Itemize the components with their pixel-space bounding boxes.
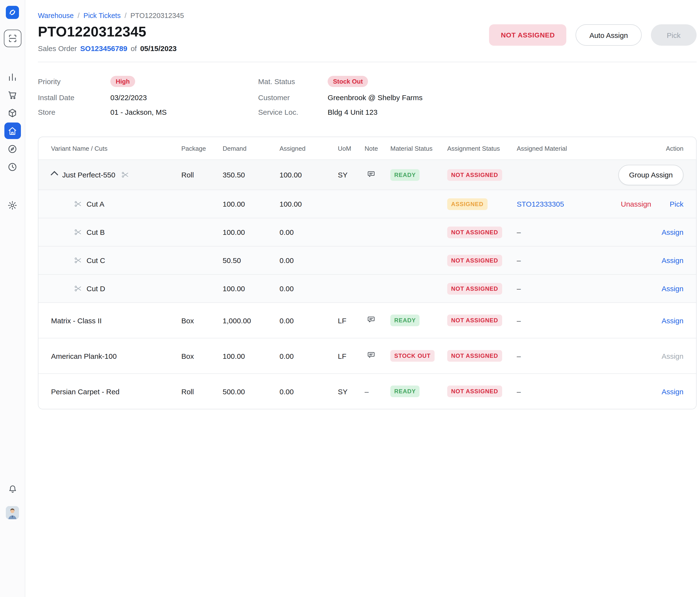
sidebar — [0, 0, 25, 597]
breadcrumb: Warehouse / Pick Tickets / PTO1220312345 — [38, 12, 184, 20]
assign-link[interactable]: Assign — [661, 256, 683, 265]
col-assignment-status: Assignment Status — [447, 145, 517, 152]
sidebar-item-history[interactable] — [4, 158, 21, 175]
sidebar-item-warehouse[interactable] — [4, 123, 21, 139]
notifications-button[interactable] — [4, 481, 21, 497]
assigned-value: 0.00 — [279, 284, 338, 293]
assigned-material-dash: – — [517, 228, 521, 236]
assign-link-disabled[interactable]: Assign — [661, 352, 683, 360]
uom-value: SY — [338, 387, 365, 396]
variant-name-cell: Persian Carpet - Red — [51, 387, 181, 396]
variant-name: Just Perfect-550 — [62, 171, 115, 179]
group-assign-button[interactable]: Group Assign — [618, 165, 683, 185]
bell-icon — [7, 484, 17, 494]
action-cell: Assign — [628, 387, 683, 396]
demand-value: 100.00 — [223, 352, 279, 360]
col-action: Action — [628, 145, 683, 152]
variant-name-cell: Matrix - Class II — [51, 316, 181, 324]
assigned-value: 0.00 — [279, 316, 338, 324]
table-row-cut-c: Cut C 50.50 0.00 NOT ASSIGNED – Assign — [39, 246, 696, 274]
material-status-cell: READY — [390, 315, 447, 326]
breadcrumb-pick-tickets[interactable]: Pick Tickets — [83, 12, 121, 20]
collapse-chevron-up-icon[interactable] — [51, 171, 58, 178]
assignment-status-cell: NOT ASSIGNED — [447, 315, 517, 326]
table-row-cut-a: Cut A 100.00 100.00 ASSIGNED STO12333305… — [39, 190, 696, 218]
sales-order-link[interactable]: SO123456789 — [80, 44, 127, 52]
assignment-status-badge: NOT ASSIGNED — [447, 226, 502, 238]
demand-value: 1,000.00 — [223, 316, 279, 324]
app-logo-icon[interactable] — [6, 6, 19, 19]
user-avatar[interactable] — [6, 506, 19, 519]
variant-name: Matrix - Class II — [51, 316, 102, 324]
assignment-status-cell: NOT ASSIGNED — [447, 226, 517, 238]
auto-assign-button[interactable]: Auto Assign — [576, 24, 642, 46]
app: Warehouse / Pick Tickets / PTO1220312345… — [0, 0, 700, 597]
assignment-status-badge: NOT ASSIGNED — [447, 385, 502, 397]
sidebar-item-analytics[interactable] — [4, 69, 21, 85]
assigned-material-dash: – — [517, 352, 521, 360]
scan-tool-button[interactable] — [4, 30, 21, 47]
unassign-link[interactable]: Unassign — [621, 200, 651, 208]
cut-name: Cut A — [86, 200, 104, 208]
customer-value: Greenbrook @ Shelby Farms — [328, 93, 697, 102]
pick-button[interactable]: Pick — [651, 24, 697, 46]
install-date-label: Install Date — [38, 93, 110, 102]
note-dash: – — [365, 387, 369, 396]
col-uom: UoM — [338, 145, 365, 152]
variant-name: American Plank-100 — [51, 352, 117, 360]
uom-value: LF — [338, 352, 365, 360]
assignment-status-cell: NOT ASSIGNED — [447, 283, 517, 294]
page-header: Warehouse / Pick Tickets / PTO1220312345… — [38, 12, 697, 52]
mat-status-value: Stock Out — [328, 76, 697, 87]
table-row-matrix-class-ii: Matrix - Class II Box 1,000.00 0.00 LF R… — [39, 302, 696, 338]
action-cell: Assign — [628, 316, 683, 324]
assignment-status-cell: NOT ASSIGNED — [447, 385, 517, 397]
table-header-row: Variant Name / Cuts Package Demand Assig… — [39, 137, 696, 159]
sidebar-item-inventory[interactable] — [4, 104, 21, 121]
breadcrumb-warehouse[interactable]: Warehouse — [38, 12, 74, 20]
assigned-material-link[interactable]: STO12333305 — [517, 200, 564, 208]
mat-status-label: Mat. Status — [258, 77, 328, 85]
sidebar-item-orders[interactable] — [4, 86, 21, 103]
assign-link[interactable]: Assign — [661, 387, 683, 396]
sidebar-item-settings[interactable] — [4, 197, 21, 214]
cut-name-cell: Cut D — [51, 284, 181, 293]
package-value: Roll — [181, 387, 223, 396]
col-note: Note — [365, 145, 390, 152]
mat-status-badge: Stock Out — [328, 76, 368, 87]
customer-label: Customer — [258, 93, 328, 102]
demand-value: 50.50 — [223, 256, 279, 265]
table-row-just-perfect-550: Just Perfect-550 Roll 350.50 100.00 SY — [39, 159, 696, 190]
assigned-value: 100.00 — [279, 171, 338, 179]
pick-items-table: Variant Name / Cuts Package Demand Assig… — [38, 136, 697, 409]
sidebar-item-dispatch[interactable] — [4, 141, 21, 157]
note-cell[interactable] — [365, 315, 390, 326]
variant-name-cell: American Plank-100 — [51, 352, 181, 360]
assigned-value: 0.00 — [279, 228, 338, 236]
install-date-value: 03/22/2023 — [110, 93, 258, 102]
pick-link[interactable]: Pick — [670, 200, 683, 208]
store-label: Store — [38, 108, 110, 116]
assigned-value: 0.00 — [279, 352, 338, 360]
ticket-details: Priority High Mat. Status Stock Out Inst… — [38, 76, 697, 116]
col-variant-name: Variant Name / Cuts — [51, 145, 181, 152]
cut-name-cell: Cut B — [51, 228, 181, 236]
priority-label: Priority — [38, 77, 110, 85]
compass-icon — [7, 144, 18, 154]
col-demand: Demand — [223, 145, 279, 152]
assigned-material-dash: – — [517, 387, 521, 396]
note-cell[interactable] — [365, 169, 390, 180]
note-cell[interactable] — [365, 350, 390, 361]
cut-name-cell: Cut C — [51, 256, 181, 265]
assignment-status-badge: NOT ASSIGNED — [447, 283, 502, 294]
scan-icon — [7, 33, 17, 43]
assign-link[interactable]: Assign — [661, 316, 683, 324]
assign-link[interactable]: Assign — [661, 228, 683, 236]
cart-icon — [7, 90, 18, 100]
assigned-material-cell: STO12333305 — [517, 200, 628, 208]
assign-link[interactable]: Assign — [661, 284, 683, 293]
breadcrumb-separator: / — [78, 12, 79, 20]
demand-value: 500.00 — [223, 387, 279, 396]
assigned-material-cell: – — [517, 284, 628, 293]
home-icon — [7, 126, 18, 136]
